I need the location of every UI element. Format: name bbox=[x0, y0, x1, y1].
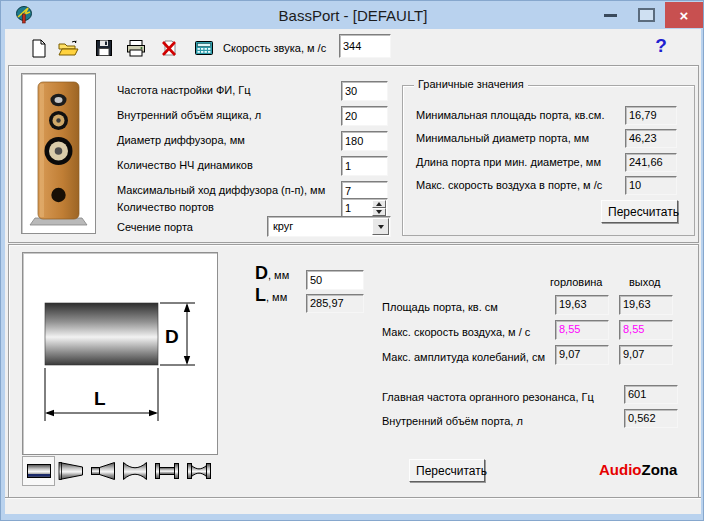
shape-flanged-tube-button[interactable] bbox=[150, 456, 183, 486]
min-port-area-value: 16,79 bbox=[625, 106, 677, 125]
port-area-throat-value: 19,63 bbox=[555, 295, 609, 315]
delete-button[interactable] bbox=[158, 37, 180, 59]
save-floppy-icon bbox=[94, 38, 114, 58]
max-air-speed-limit-label: Макс. скорость воздуха в порте, м /с bbox=[416, 179, 602, 192]
port-diagram: D L bbox=[23, 253, 217, 454]
throat-column-header: горловина bbox=[550, 276, 602, 289]
arrow-down-icon bbox=[376, 210, 382, 214]
close-button[interactable]: × bbox=[665, 2, 703, 28]
tuning-frequency-label: Частота настройки ФИ, Гц bbox=[117, 84, 251, 97]
chevron-down-icon bbox=[378, 225, 384, 229]
cone-icon bbox=[57, 459, 85, 483]
port-area-label: Площадь порта, кв. см bbox=[382, 301, 498, 314]
limits-groupbox: Граничные значения Минимальная площадь п… bbox=[402, 85, 695, 236]
new-file-button[interactable] bbox=[27, 37, 49, 59]
maximize-icon bbox=[638, 8, 655, 22]
shape-horn-button[interactable] bbox=[86, 456, 119, 486]
horn-icon bbox=[89, 459, 117, 483]
min-port-diameter-value: 46,23 bbox=[625, 129, 677, 148]
box-volume-label: Внутренний объём ящика, л bbox=[117, 109, 261, 122]
shape-straight-tube-button[interactable] bbox=[22, 456, 55, 486]
port-diagram-box: D L bbox=[22, 252, 218, 455]
brand-audio: Audio bbox=[599, 461, 642, 478]
tuning-frequency-input[interactable] bbox=[341, 81, 388, 101]
hourglass-icon bbox=[121, 459, 149, 483]
port-section-select[interactable]: круг bbox=[267, 216, 391, 237]
port-area-exit-value: 19,63 bbox=[619, 295, 673, 315]
d-dim-label: D bbox=[255, 263, 268, 283]
d-dim-unit: , мм bbox=[268, 269, 289, 281]
calculator-icon bbox=[193, 38, 215, 58]
woofer-count-label: Количество НЧ динамиков bbox=[117, 159, 253, 172]
port-volume-label: Внутренний объём порта, л bbox=[382, 415, 523, 428]
combo-dropdown-button[interactable] bbox=[372, 218, 389, 235]
port-recalculate-button[interactable]: Пересчитать bbox=[409, 459, 485, 482]
printer-icon bbox=[125, 38, 147, 58]
speaker-image bbox=[21, 73, 96, 234]
spin-up-button[interactable] bbox=[372, 200, 386, 208]
port-volume-value: 0,562 bbox=[624, 409, 678, 428]
maximize-button[interactable] bbox=[633, 4, 659, 26]
min-port-diameter-label: Минимальный диаметр порта, мм bbox=[416, 132, 589, 145]
brand-zona: Zona bbox=[642, 461, 678, 478]
woofer-count-input[interactable] bbox=[341, 156, 388, 176]
minimize-icon bbox=[604, 14, 617, 17]
spin-down-button[interactable] bbox=[372, 208, 386, 216]
max-amplitude-exit-value: 9,07 bbox=[619, 345, 673, 365]
open-file-button[interactable] bbox=[57, 37, 79, 59]
flanged-hourglass-icon bbox=[185, 459, 213, 483]
help-button[interactable]: ? bbox=[651, 35, 671, 57]
port-count-stepper bbox=[341, 198, 388, 218]
organ-resonance-label: Главная частота органного резонанса, Гц bbox=[382, 391, 594, 404]
port-section-label: Сечение порта bbox=[117, 221, 193, 234]
l-dim-unit: , мм bbox=[266, 291, 287, 303]
l-dim-label: L bbox=[255, 285, 266, 305]
max-air-speed-limit-value: 10 bbox=[625, 176, 677, 195]
exit-column-header: выход bbox=[629, 276, 660, 289]
flanged-tube-icon bbox=[153, 459, 181, 483]
new-file-icon bbox=[28, 38, 48, 58]
max-air-speed-throat-value: 8,55 bbox=[555, 320, 609, 340]
shape-hourglass-button[interactable] bbox=[118, 456, 151, 486]
port-length-min-diameter-value: 241,66 bbox=[625, 153, 677, 172]
min-port-area-label: Минимальная площадь порта, кв.см. bbox=[416, 109, 604, 122]
limits-title: Граничные значения bbox=[414, 78, 528, 90]
port-length-min-diameter-label: Длина порта при мин. диаметре, мм bbox=[416, 156, 601, 169]
max-excursion-label: Максимальный ход диффузора (п-п), мм bbox=[117, 184, 325, 197]
calculator-button[interactable] bbox=[193, 37, 215, 59]
shape-flanged-hourglass-button[interactable] bbox=[182, 456, 215, 486]
app-window: BassPort - [DEFAULT] × bbox=[0, 0, 704, 521]
speed-of-sound-input[interactable] bbox=[339, 34, 391, 58]
port-diameter-input[interactable] bbox=[306, 270, 364, 290]
close-icon: × bbox=[680, 7, 689, 24]
status-strip bbox=[5, 497, 701, 514]
print-button[interactable] bbox=[125, 37, 147, 59]
max-air-speed-label: Макс. скорость воздуха, м / с bbox=[382, 326, 530, 339]
port-section-value: круг bbox=[273, 220, 293, 232]
titlebar[interactable]: BassPort - [DEFAULT] × bbox=[1, 1, 704, 29]
port-length-value: 285,97 bbox=[306, 294, 364, 313]
client-area: Скорость звука, м /с ? bbox=[5, 29, 701, 513]
shape-cone-button[interactable] bbox=[54, 456, 87, 486]
limits-recalculate-button[interactable]: Пересчитать bbox=[601, 200, 678, 223]
max-amplitude-throat-value: 9,07 bbox=[555, 345, 609, 365]
open-folder-icon bbox=[57, 38, 79, 58]
audiozona-logo: AudioZona bbox=[599, 461, 677, 478]
port-calculation-panel: D L D, мм L, мм 285,97 горлов bbox=[8, 244, 699, 498]
minimize-button[interactable] bbox=[597, 4, 623, 26]
straight-tube-icon bbox=[25, 459, 53, 483]
port-count-label: Количество портов bbox=[117, 201, 214, 214]
box-volume-input[interactable] bbox=[341, 106, 388, 126]
tower-speaker-illustration bbox=[22, 74, 95, 233]
cone-diameter-input[interactable] bbox=[341, 131, 388, 151]
diagram-l-letter: L bbox=[94, 388, 106, 409]
max-amplitude-label: Макс. амплитуда колебаний, см bbox=[382, 351, 545, 364]
delete-icon bbox=[159, 38, 179, 58]
arrow-up-icon bbox=[376, 202, 382, 206]
max-air-speed-exit-value: 8,55 bbox=[619, 320, 673, 340]
cone-diameter-label: Диаметр диффузора, мм bbox=[117, 134, 245, 147]
driver-parameters-panel: Частота настройки ФИ, Гц Внутренний объё… bbox=[8, 65, 699, 243]
organ-resonance-value: 601 bbox=[624, 385, 678, 404]
save-file-button[interactable] bbox=[93, 37, 115, 59]
diagram-d-letter: D bbox=[165, 326, 179, 347]
